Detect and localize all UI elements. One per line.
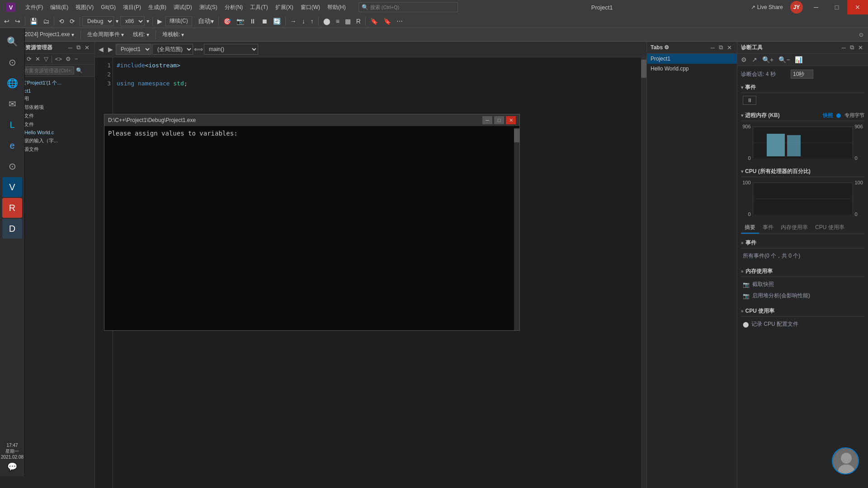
menu-debug[interactable]: 调试(D) — [170, 0, 196, 14]
project-dropdown[interactable]: Project1 — [116, 44, 151, 55]
title-search[interactable]: 🔍 搜索 (Ctrl+Q) — [359, 2, 458, 12]
se-tb-settings[interactable]: ⚙ — [64, 55, 72, 63]
more-btn[interactable]: ⋯ — [394, 17, 405, 26]
debug-config-dropdown[interactable]: Debug — [82, 16, 114, 26]
thread-selector[interactable]: 线程: ▾ — [129, 30, 153, 39]
redo-btn[interactable]: ↪ — [13, 17, 23, 26]
taskbar-mail-icon[interactable]: ✉ — [2, 94, 22, 114]
nav-back-btn[interactable]: ◀ — [97, 45, 105, 54]
diag-tab-memory[interactable]: 内存使用率 — [777, 222, 811, 234]
diag-pause-btn[interactable]: ⏸ — [743, 96, 756, 105]
menu-extensions[interactable]: 扩展(X) — [272, 0, 297, 14]
live-share-button[interactable]: ↗ Live Share — [746, 4, 788, 10]
diag-all-events[interactable]: 所有事件(0 个，共 0 个) — [741, 251, 864, 261]
taskbar-search-icon[interactable]: 🔍 — [2, 32, 22, 52]
menu-view[interactable]: 视图(V) — [72, 0, 97, 14]
disasm-btn[interactable]: ≡ — [334, 17, 342, 26]
restart-btn[interactable]: 🔄 — [271, 17, 283, 26]
func-dropdown[interactable]: main() — [204, 44, 258, 55]
diag-events-sub-title[interactable]: » 事件 — [741, 238, 864, 249]
menu-help[interactable]: 帮助(H) — [324, 0, 349, 14]
taskbar-remote-icon[interactable]: R — [2, 198, 22, 218]
menu-file[interactable]: 文件(F) — [22, 0, 47, 14]
diag-chart-btn[interactable]: 📊 — [793, 55, 804, 64]
menu-window[interactable]: 窗口(W) — [297, 0, 324, 14]
menu-analyze[interactable]: 分析(N) — [221, 0, 247, 14]
se-tb-stop[interactable]: ✕ — [34, 55, 42, 63]
diag-memory-title[interactable]: ▾ 进程内存 (KB) 快照 专用字节 — [741, 110, 864, 121]
diag-heap-btn-row[interactable]: 📷 启用堆分析(会影响性能) — [741, 291, 864, 300]
scope-dropdown[interactable]: (全局范围) — [152, 44, 193, 55]
stepinto-btn[interactable]: ↓ — [300, 17, 307, 26]
diag-pin-btn[interactable]: ─ — [840, 43, 847, 52]
auto-dropdown-btn[interactable]: 自动 ▾ — [196, 16, 216, 26]
diag-events-title[interactable]: ▾ 事件 — [741, 82, 864, 93]
taskbar-store-icon[interactable]: e — [2, 136, 22, 155]
diag-settings-btn[interactable]: ⚙ — [739, 55, 749, 64]
menu-tools[interactable]: 工具(T) — [246, 0, 271, 14]
breakpoint-btn[interactable]: ⬤ — [321, 17, 333, 26]
close-button[interactable]: ✕ — [847, 0, 868, 14]
console-minimize-btn[interactable]: ─ — [482, 116, 492, 124]
menu-build[interactable]: 生成(B) — [145, 0, 170, 14]
redo2-btn[interactable]: ⟳ — [67, 17, 77, 26]
diag-snapshot-btn-row[interactable]: 📷 截取快照 — [741, 280, 864, 289]
stepover-btn[interactable]: → — [288, 17, 299, 26]
console-scroll-thumb[interactable] — [514, 129, 519, 142]
diag-memory-sub-title[interactable]: » 内存使用率 — [741, 266, 864, 277]
editor-scrollbar[interactable] — [641, 57, 646, 488]
mem-btn[interactable]: ▦ — [343, 17, 353, 26]
collapse-btn[interactable]: ⊙ — [859, 32, 863, 38]
diag-cpu-record-row[interactable]: ⬤ 记录 CPU 配置文件 — [741, 319, 864, 329]
menu-edit[interactable]: 编辑(E) — [47, 0, 72, 14]
diag-tab-cpu[interactable]: CPU 使用率 — [811, 222, 848, 234]
stepout-btn[interactable]: ↑ — [308, 17, 316, 26]
save-all-btn[interactable]: 🗂 — [41, 17, 52, 26]
se-tb-code[interactable]: <> — [54, 55, 63, 63]
se-tb-minus[interactable]: − — [73, 55, 80, 63]
taskbar-vs-icon[interactable]: V — [2, 177, 22, 197]
continue-label[interactable]: 继续(C) — [165, 16, 192, 26]
editor-scroll-thumb[interactable] — [641, 60, 646, 78]
tabs-close-btn[interactable]: ✕ — [726, 43, 733, 52]
undo-btn[interactable]: ↩ — [2, 17, 12, 26]
menu-test[interactable]: 测试(S) — [196, 0, 221, 14]
taskbar-chat-icon[interactable]: 💬 — [7, 462, 17, 472]
bookmark1-btn[interactable]: 🔖 — [368, 17, 380, 26]
platform-dropdown[interactable]: x86 — [120, 16, 145, 26]
taskbar-chrome-icon[interactable]: ⊙ — [2, 156, 22, 176]
tabs-project-item[interactable]: Project1 — [647, 54, 737, 64]
taskbar-db-icon[interactable]: D — [2, 219, 22, 239]
nav-forward-btn[interactable]: ▶ — [106, 45, 115, 54]
diag-float-btn[interactable]: ⧉ — [849, 43, 855, 52]
diag-export-btn[interactable]: ↗ — [750, 55, 759, 64]
bookmark2-btn[interactable]: 🔖 — [381, 17, 393, 26]
stop-btn[interactable]: ⏹ — [259, 17, 270, 26]
diag-zoom-out-btn[interactable]: 🔍− — [777, 55, 792, 64]
regs-btn[interactable]: R — [354, 17, 363, 26]
sync-btn[interactable]: ⟺ — [194, 46, 203, 53]
avatar-br[interactable] — [832, 447, 859, 474]
se-pin-btn[interactable]: ─ — [67, 43, 74, 52]
taskbar-edge-icon[interactable]: 🌐 — [2, 73, 22, 93]
menu-git[interactable]: Git(G) — [97, 0, 119, 14]
tabs-file-item[interactable]: Hello World.cpp — [647, 64, 737, 74]
diag-close-btn[interactable]: ✕ — [857, 43, 864, 52]
taskbar-todo-icon[interactable]: L — [2, 115, 22, 135]
console-scrollbar[interactable] — [514, 128, 519, 330]
diag-cpu-sub-title[interactable]: » CPU 使用率 — [741, 306, 864, 317]
target-btn[interactable]: 🎯 — [221, 17, 233, 26]
diag-zoom-in-btn[interactable]: 🔍+ — [760, 55, 775, 64]
console-maximize-btn[interactable]: □ — [494, 116, 504, 124]
lifecycle-selector[interactable]: 生命周期事件 ▾ — [84, 30, 127, 39]
user-avatar[interactable]: JY — [790, 1, 803, 14]
save-btn[interactable]: 💾 — [28, 17, 40, 26]
se-tb-refresh[interactable]: ⟳ — [25, 55, 33, 63]
camera-btn[interactable]: 📷 — [234, 17, 246, 26]
diag-time-input[interactable] — [791, 70, 813, 79]
diag-cpu-title[interactable]: ▾ CPU (所有处理器的百分比) — [741, 166, 864, 177]
console-body[interactable]: Please assign values to variables: — [104, 126, 519, 330]
tabs-float-btn[interactable]: ⧉ — [717, 43, 724, 52]
stackframe-selector[interactable]: 堆栈帧: ▾ — [159, 30, 188, 39]
se-tb-filter[interactable]: ▽ — [42, 55, 50, 63]
